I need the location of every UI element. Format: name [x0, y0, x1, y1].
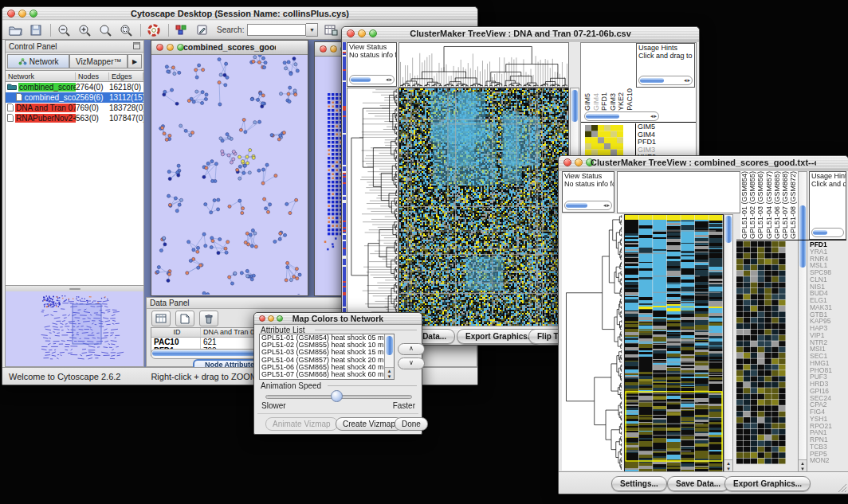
network-table: combined_scores2764(0)16218(0)combined_s…: [6, 82, 143, 123]
minimize-button[interactable]: [18, 10, 26, 18]
zoom-fit-icon[interactable]: [97, 23, 113, 37]
column-labels: GPL51-01 (GSM854)GPL51-02 (GSM855)GPL51-…: [740, 171, 798, 240]
treeview2-window: ClusterMaker TreeView : combined_scores_…: [558, 155, 848, 494]
settings-button[interactable]: Settings...: [611, 476, 667, 491]
toolbar-separator: [168, 24, 169, 37]
column-dendrogram-area[interactable]: [617, 171, 740, 213]
minimize-button[interactable]: [268, 315, 274, 322]
close-button[interactable]: [347, 29, 355, 37]
network-window1-titlebar[interactable]: combined_scores_good.txt--cluste...: [151, 41, 308, 55]
faster-label: Faster: [393, 401, 415, 410]
close-button[interactable]: [563, 158, 571, 166]
search-dropdown-icon[interactable]: ▼: [306, 23, 318, 37]
view-status-scrollbar[interactable]: ◂▸: [349, 75, 395, 84]
treeview1-titlebar[interactable]: ClusterMaker TreeView : DNA and Tran 07-…: [342, 27, 699, 41]
attribute-items: GPL51-01 (GSM854) heat shock 05 minGPL51…: [260, 334, 385, 378]
scroll-left-icon: ◂: [650, 113, 654, 119]
scroll-up-icon: ▴: [801, 460, 804, 466]
scroll-up-icon: ▴: [727, 460, 730, 466]
tab-vizmapper[interactable]: VizMapper™: [69, 54, 128, 68]
attribute-list-scrollbar[interactable]: ▴▾: [384, 334, 394, 379]
zoom-panel-scrollbar[interactable]: ◂▸: [584, 111, 659, 121]
speed-slider-thumb[interactable]: [331, 390, 343, 402]
save-icon[interactable]: [28, 23, 44, 37]
expression-heatmap[interactable]: [624, 214, 724, 472]
column-label: GPL51-01 (GSM854): [740, 171, 748, 239]
network-table-row[interactable]: combined_scores2764(0)16218(0): [6, 82, 143, 92]
scroll-up-icon: ▴: [388, 368, 391, 373]
new-attribute-icon[interactable]: [175, 311, 194, 326]
dialog-title: Map Colors to Network: [286, 314, 390, 323]
toolbar-separator: [50, 24, 51, 37]
open-file-icon[interactable]: [7, 23, 23, 37]
close-button[interactable]: [259, 315, 265, 322]
create-vizmap-button[interactable]: Create Vizmap: [336, 417, 402, 431]
animation-speed-label: Animation Speed: [261, 381, 321, 390]
row-dendrogram[interactable]: [562, 214, 622, 471]
help-lifering-icon[interactable]: [146, 23, 162, 37]
network-canvas[interactable]: [151, 55, 306, 295]
zoom-button[interactable]: [277, 315, 283, 322]
done-button[interactable]: Done: [395, 417, 428, 431]
view-status-scrollbar[interactable]: ◂▸: [564, 201, 612, 210]
file-icon: [7, 104, 14, 113]
view-status-panel: View Status No status info for ◂▸: [347, 42, 397, 87]
float-panel-icon[interactable]: [133, 42, 140, 51]
zoom-out-icon[interactable]: [56, 23, 72, 37]
heatmap-vscrollbar[interactable]: ▴▾: [724, 214, 733, 472]
dialog-titlebar[interactable]: Map Colors to Network: [254, 313, 422, 325]
treeview2-titlebar[interactable]: ClusterMaker TreeView : combined_scores_…: [559, 156, 848, 170]
annotation-icon[interactable]: [194, 23, 210, 37]
network-list-empty-area[interactable]: [6, 123, 143, 286]
column-label: GPL51-03 (GSM856): [756, 171, 764, 239]
zoom-in-icon[interactable]: [77, 23, 92, 37]
close-button[interactable]: [156, 44, 163, 51]
move-up-button[interactable]: ∧: [398, 343, 425, 355]
control-panel-tabs: Network VizMapper™ ▶: [6, 53, 143, 68]
minimize-button[interactable]: [575, 158, 583, 166]
row-dendrogram[interactable]: [347, 88, 398, 327]
minimize-button[interactable]: [167, 44, 174, 51]
network-table-row[interactable]: RNAPuberNov2+563(0)107847(0): [6, 113, 143, 123]
import-table-icon[interactable]: [323, 23, 339, 37]
close-button[interactable]: [320, 45, 327, 53]
network-table-row[interactable]: DNA and Tran 07769(0)183728(0): [6, 103, 143, 113]
usage-hints-scrollbar[interactable]: ◂▸: [638, 76, 693, 85]
network-nodes-count: 2569(6): [76, 93, 109, 102]
column-dendrogram[interactable]: [398, 42, 569, 88]
network-view-window-1[interactable]: combined_scores_good.txt--cluste...: [151, 40, 308, 296]
scroll-down-icon: ▾: [388, 373, 391, 379]
usage-hints-scrollbar[interactable]: [811, 228, 844, 237]
close-button[interactable]: [7, 10, 15, 18]
usage-hints-panel: Usage Hints Click and drag to: [809, 171, 846, 240]
column-label: GPL51-02 (GSM855): [748, 171, 756, 239]
vizmapper-icon[interactable]: [174, 23, 190, 37]
tab-network[interactable]: Network: [7, 54, 69, 68]
minimize-button[interactable]: [330, 45, 337, 53]
similarity-heatmap[interactable]: [398, 88, 569, 327]
search-input[interactable]: [247, 24, 306, 36]
move-down-button[interactable]: ∨: [398, 357, 425, 369]
network-table-row[interactable]: combined_sco2569(6)13112(15): [6, 92, 143, 103]
network-name: combined_sco: [24, 93, 76, 102]
right-panel-vscrollbar[interactable]: ▴▾: [798, 171, 807, 472]
birdseye-view[interactable]: [6, 291, 143, 366]
panel-splitter[interactable]: [6, 286, 143, 291]
network-nodes-count: 2764(0): [76, 83, 109, 92]
attribute-list-item[interactable]: GPL51-07 (GSM868) heat shock 60 min: [260, 371, 385, 378]
minimize-button[interactable]: [358, 29, 366, 37]
zoom-heatmap[interactable]: [736, 241, 786, 464]
column-label: GPL51-08 (GSM872): [789, 171, 797, 239]
zoom-selected-icon[interactable]: [118, 23, 134, 37]
attribute-select-icon[interactable]: [151, 311, 171, 326]
delete-attribute-icon[interactable]: [199, 311, 218, 326]
gene-list-item[interactable]: MON2: [810, 457, 846, 464]
tab-overflow-button[interactable]: ▶: [128, 54, 142, 68]
divider: [257, 413, 418, 414]
window-controls: [7, 10, 37, 18]
animate-vizmap-button[interactable]: Animate Vizmap: [265, 417, 338, 431]
export-graphics-button[interactable]: Export Graphics...: [724, 476, 811, 491]
main-titlebar[interactable]: Cytoscape Desktop (Session Name: collins…: [2, 7, 477, 21]
save-data-button[interactable]: Save Data...: [667, 476, 729, 491]
resize-grip[interactable]: [837, 483, 847, 493]
